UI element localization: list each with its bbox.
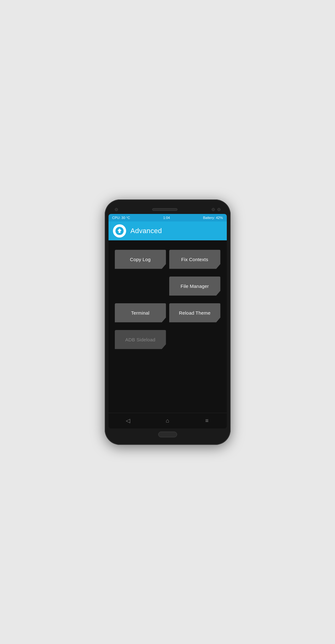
phone-bottom [109,428,227,439]
app-header: Advanced [109,221,227,240]
phone-screen: CPU: 30 °C 1:04 Battery: 42% Advanced [109,214,227,428]
back-button[interactable]: ◁ [122,416,134,425]
nav-bar: ◁ ⌂ ≡ [109,413,227,428]
home-button[interactable]: ⌂ [161,416,174,425]
content-area: Copy Log Fix Contexts File Manager Termi… [109,240,227,413]
sensor-dot-2 [217,208,221,211]
status-bar: CPU: 30 °C 1:04 Battery: 42% [109,214,227,221]
button-row-3: Terminal Reload Theme [115,303,221,322]
physical-home-button[interactable] [158,432,177,437]
button-row-4: ADB Sideload [115,330,221,349]
copy-log-button[interactable]: Copy Log [115,250,166,269]
app-logo [113,224,126,238]
sensor-dot-1 [212,208,215,211]
phone-top-bar [109,205,227,214]
time-display: 1:04 [163,216,170,220]
terminal-button[interactable]: Terminal [115,303,166,322]
phone-frame: CPU: 30 °C 1:04 Battery: 42% Advanced [105,199,231,445]
file-manager-button[interactable]: File Manager [169,277,221,296]
cpu-temp: CPU: 30 °C [112,216,130,220]
phone-speaker [152,208,177,211]
fix-contexts-button[interactable]: Fix Contexts [169,250,221,269]
button-row-2: File Manager [115,277,221,296]
front-camera [115,208,118,211]
buttons-grid: Copy Log Fix Contexts File Manager Termi… [115,250,221,406]
twrp-logo-icon [115,227,124,235]
reload-theme-button[interactable]: Reload Theme [169,303,221,322]
phone-sensors [212,208,221,211]
button-row-1: Copy Log Fix Contexts [115,250,221,269]
adb-sideload-button[interactable]: ADB Sideload [115,330,166,349]
page-title: Advanced [131,227,162,235]
battery-level: Battery: 42% [203,216,223,220]
menu-button[interactable]: ≡ [201,416,213,425]
